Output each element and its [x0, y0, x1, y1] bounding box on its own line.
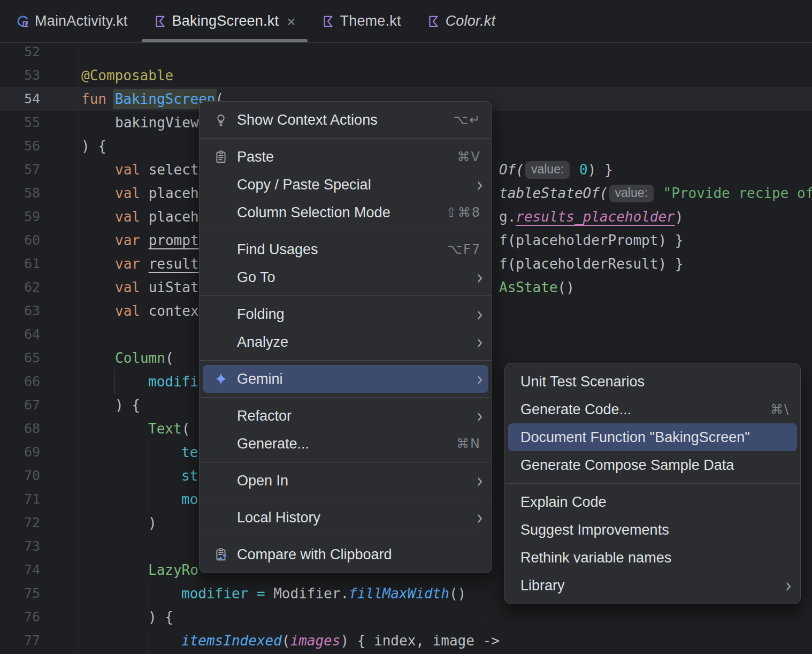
- menu-item-generate[interactable]: Generate...⌘N: [200, 430, 492, 458]
- line-number[interactable]: 75: [0, 582, 40, 605]
- line-number[interactable]: 60: [0, 229, 40, 252]
- code-token: bakingView: [115, 115, 199, 131]
- code-line-62[interactable]: AsState(): [499, 276, 574, 299]
- line-number[interactable]: 52: [0, 40, 40, 64]
- chevron-right-icon: ›: [477, 267, 483, 287]
- menu-item-document-function-bakingscreen[interactable]: Document Function "BakingScreen": [505, 423, 800, 451]
- code-line-71[interactable]: mo: [181, 488, 198, 511]
- line-number[interactable]: 74: [0, 558, 40, 582]
- code-token: placeh: [149, 185, 199, 201]
- menu-item-refactor[interactable]: Refactor›: [200, 402, 492, 430]
- menu-item-find-usages[interactable]: Find Usages⌥F7: [200, 235, 492, 263]
- code-line-58[interactable]: val placeh: [115, 181, 199, 205]
- code-line-62[interactable]: val uiStat: [115, 276, 199, 299]
- line-number[interactable]: 62: [0, 276, 40, 299]
- menu-item-compare-with-clipboard[interactable]: Compare with Clipboard: [200, 541, 492, 568]
- code-line-57[interactable]: val select: [115, 158, 199, 181]
- line-number[interactable]: 66: [0, 370, 40, 393]
- tab-theme-kt[interactable]: Theme.kt: [309, 0, 414, 42]
- line-number[interactable]: 68: [0, 417, 40, 440]
- tab-bakingscreen-kt[interactable]: BakingScreen.kt×: [141, 0, 309, 42]
- chevron-right-icon: ›: [477, 332, 483, 352]
- line-number[interactable]: 57: [0, 158, 40, 181]
- line-number[interactable]: 76: [0, 605, 40, 629]
- tab-label: Theme.kt: [340, 13, 401, 29]
- code-line-56[interactable]: ) {: [81, 134, 106, 158]
- menu-item-label: Analyze: [237, 334, 288, 351]
- code-token: LazyRo: [148, 562, 198, 578]
- line-number[interactable]: 61: [0, 252, 40, 276]
- line-number[interactable]: 73: [0, 535, 40, 558]
- code-line-58[interactable]: tableStateOf(value: "Provide recipe of: [499, 181, 812, 205]
- menu-item-analyze[interactable]: Analyze›: [200, 328, 492, 356]
- close-icon[interactable]: ×: [287, 13, 295, 29]
- line-number[interactable]: 77: [0, 629, 40, 652]
- menu-item-explain-code[interactable]: Explain Code: [505, 488, 800, 516]
- menu-item-generate-code[interactable]: Generate Code...⌘\: [505, 396, 800, 423]
- code-line-63[interactable]: val contex: [115, 299, 199, 323]
- line-number[interactable]: 63: [0, 299, 40, 323]
- menu-shortcut: ⇧⌘8: [446, 205, 481, 220]
- code-line-68[interactable]: Text(: [148, 417, 190, 440]
- menu-separator: [200, 295, 491, 296]
- code-line-60[interactable]: f(placeholderPrompt) }: [499, 229, 683, 252]
- code-line-65[interactable]: Column(: [115, 346, 174, 370]
- menu-item-label: Generate Compose Sample Data: [520, 457, 734, 474]
- menu-item-local-history[interactable]: Local History›: [200, 504, 492, 531]
- code-line-75[interactable]: modifier = Modifier.fillMaxWidth(): [181, 582, 466, 605]
- line-number[interactable]: 55: [0, 111, 40, 134]
- line-number[interactable]: 65: [0, 346, 40, 370]
- menu-item-open-in[interactable]: Open In›: [200, 467, 492, 495]
- code-token: st: [181, 468, 198, 484]
- code-line-53[interactable]: @Composable: [81, 64, 173, 87]
- menu-item-unit-test-scenarios[interactable]: Unit Test Scenarios: [505, 368, 800, 396]
- line-number[interactable]: 70: [0, 464, 40, 488]
- tab-mainactivity-kt[interactable]: MainActivity.kt: [3, 0, 141, 42]
- icon-spacer: [214, 335, 228, 349]
- code-line-72[interactable]: ): [148, 511, 157, 535]
- code-line-55[interactable]: bakingView: [115, 111, 199, 134]
- code-line-60[interactable]: var prompt: [115, 229, 199, 252]
- line-number[interactable]: 58: [0, 181, 40, 205]
- line-number[interactable]: 71: [0, 488, 40, 511]
- menu-item-generate-compose-sample-data[interactable]: Generate Compose Sample Data: [505, 451, 800, 479]
- tab-color-kt[interactable]: Color.kt: [414, 0, 509, 42]
- line-number[interactable]: 64: [0, 323, 40, 346]
- code-line-69[interactable]: te: [181, 440, 198, 464]
- code-line-61[interactable]: f(placeholderResult) }: [499, 252, 683, 276]
- code-line-74[interactable]: LazyRo: [148, 558, 198, 582]
- code-line-76[interactable]: ) {: [148, 605, 173, 629]
- menu-item-paste[interactable]: Paste⌘V: [200, 143, 492, 171]
- code-line-59[interactable]: val placeh: [115, 205, 199, 229]
- menu-item-copy-paste-special[interactable]: Copy / Paste Special›: [200, 171, 492, 199]
- code-line-66[interactable]: modifi: [148, 370, 198, 393]
- code-line-61[interactable]: var result: [115, 252, 199, 276]
- menu-item-label: Explain Code: [520, 494, 607, 511]
- code-token: contex: [149, 303, 199, 319]
- line-number[interactable]: 56: [0, 134, 40, 158]
- menu-item-gemini[interactable]: Gemini›: [200, 365, 492, 393]
- code-line-59[interactable]: g.results_placeholder): [499, 205, 683, 229]
- menu-item-go-to[interactable]: Go To›: [200, 263, 492, 291]
- line-number[interactable]: 67: [0, 393, 40, 417]
- tab-label: MainActivity.kt: [35, 13, 128, 29]
- menu-item-library[interactable]: Library›: [505, 572, 800, 599]
- line-number[interactable]: 72: [0, 511, 40, 535]
- code-line-70[interactable]: st: [181, 464, 198, 488]
- menu-item-suggest-improvements[interactable]: Suggest Improvements: [505, 516, 800, 544]
- menu-separator: [200, 231, 491, 231]
- menu-item-show-context-actions[interactable]: Show Context Actions⌥↵: [200, 106, 492, 134]
- code-line-57[interactable]: Of(value: 0) }: [499, 158, 613, 181]
- line-number[interactable]: 59: [0, 205, 40, 229]
- menu-item-rethink-variable-names[interactable]: Rethink variable names: [505, 544, 800, 572]
- menu-separator: [200, 397, 491, 398]
- code-line-67[interactable]: ) {: [115, 393, 140, 417]
- line-number[interactable]: 53: [0, 64, 40, 87]
- menu-item-folding[interactable]: Folding›: [200, 300, 492, 328]
- line-number[interactable]: 69: [0, 440, 40, 464]
- line-number[interactable]: 54: [0, 87, 40, 111]
- inline-hint: value:: [525, 161, 570, 179]
- code-token: g.: [499, 209, 516, 225]
- code-line-77[interactable]: itemsIndexed(images) { index, image ->: [181, 629, 500, 652]
- menu-item-column-selection-mode[interactable]: Column Selection Mode⇧⌘8: [200, 199, 492, 226]
